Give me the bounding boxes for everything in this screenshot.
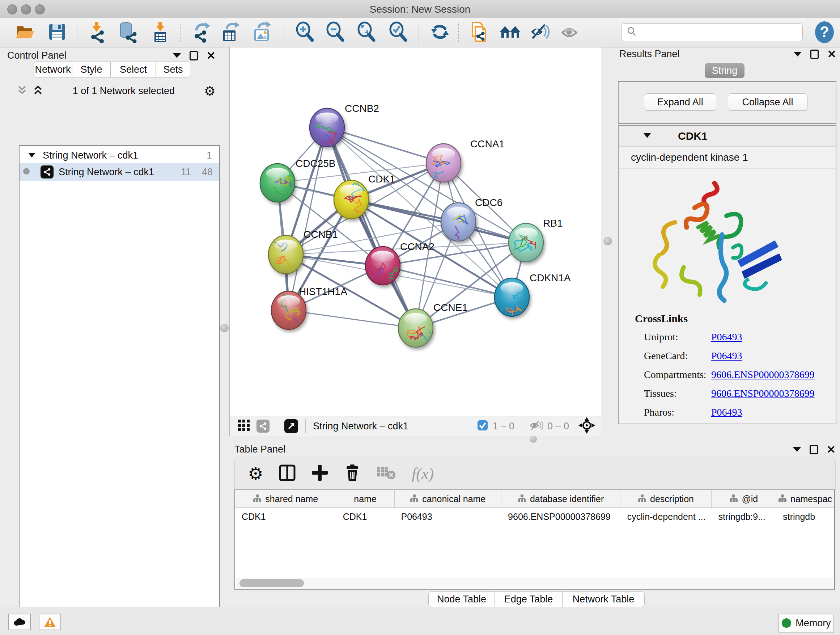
network-node-CDKN1A[interactable]: CDKN1A [494, 272, 571, 317]
network-node-HIST1H1A[interactable]: HIST1H1A [271, 286, 347, 337]
crosslink-value-link[interactable]: P06493 [711, 331, 742, 343]
warnings-button[interactable] [39, 614, 61, 630]
tab-string[interactable]: String [705, 63, 745, 78]
column-header-database-identifier[interactable]: database identifier [501, 490, 621, 508]
network-node-CCNB1[interactable]: CCNB1 [267, 229, 338, 278]
collapse-triangle-icon[interactable] [27, 150, 36, 161]
expand-all-networks-icon[interactable] [33, 84, 43, 97]
delete-table-icon[interactable] [376, 464, 396, 483]
panel-float-icon[interactable] [794, 52, 802, 57]
create-column-icon[interactable] [310, 463, 329, 484]
search-input[interactable] [640, 25, 802, 40]
table-cell[interactable]: CDK1 [336, 508, 395, 525]
column-header-name[interactable]: name [336, 490, 394, 508]
panel-float-icon[interactable] [793, 447, 801, 452]
function-builder-icon[interactable]: f(x) [412, 464, 434, 483]
hide-selected-icon[interactable] [529, 21, 551, 43]
panel-maximize-icon[interactable] [810, 50, 819, 59]
scrollbar-handle[interactable] [240, 579, 304, 587]
table-options-gear-icon[interactable]: ⚙ [248, 463, 264, 484]
network-collection-row[interactable]: String Network – cdk1 1 [19, 147, 219, 163]
table-cell[interactable]: stringdb:9... [712, 508, 776, 525]
tab-network[interactable]: Network [34, 62, 72, 78]
crosslink-value-link[interactable]: 9606.ENSP00000378699 [711, 388, 814, 399]
column-header-namespac[interactable]: namespac [776, 490, 834, 508]
network-edge[interactable] [327, 127, 444, 163]
expand-all-button[interactable]: Expand All [644, 93, 716, 111]
bottom-splitter-handle[interactable] [530, 435, 537, 443]
crosslink-value-link[interactable]: P06493 [711, 407, 742, 418]
network-edge[interactable] [327, 127, 416, 328]
refresh-icon[interactable] [429, 21, 451, 43]
panel-close-icon[interactable]: ✕ [827, 51, 836, 58]
import-table-icon[interactable] [149, 21, 171, 43]
network-edge[interactable] [289, 310, 416, 328]
tab-sets[interactable]: Sets [156, 62, 190, 78]
left-splitter-handle[interactable] [220, 324, 229, 333]
search-field[interactable] [621, 23, 803, 41]
tab-edge-table[interactable]: Edge Table [495, 591, 562, 607]
duplicate-network-icon[interactable] [468, 21, 490, 43]
zoom-in-icon[interactable] [294, 21, 316, 43]
open-session-icon[interactable] [14, 21, 36, 43]
table-cell[interactable]: P06493 [394, 508, 501, 525]
selected-checkbox-icon[interactable] [477, 420, 488, 432]
first-neighbors-icon[interactable] [499, 21, 521, 43]
network-node-CCNB2[interactable]: CCNB2 [309, 103, 379, 151]
table-cell[interactable]: CDK1 [235, 508, 336, 525]
table-horizontal-scrollbar[interactable] [236, 578, 834, 589]
crosslink-value-link[interactable]: 9606.ENSP00000378699 [711, 369, 814, 380]
help-button[interactable]: ? [813, 20, 835, 42]
panel-close-icon[interactable]: ✕ [827, 446, 836, 453]
show-columns-icon[interactable] [278, 463, 297, 484]
memory-button[interactable]: Memory [778, 614, 834, 632]
collapse-all-networks-icon[interactable] [17, 84, 27, 97]
network-node-CCNE1[interactable]: CCNE1 [398, 302, 468, 347]
save-session-icon[interactable] [46, 21, 68, 43]
tab-style[interactable]: Style [72, 62, 111, 78]
hidden-eye-icon[interactable] [529, 420, 544, 432]
panel-maximize-icon[interactable] [810, 445, 818, 454]
tab-network-table[interactable]: Network Table [562, 591, 645, 607]
zoom-fit-icon[interactable] [355, 21, 377, 43]
panel-float-icon[interactable] [173, 53, 181, 58]
zoom-selected-icon[interactable] [387, 21, 409, 43]
column-header-@id[interactable]: @id [712, 490, 776, 508]
tab-node-table[interactable]: Node Table [428, 591, 495, 607]
delete-column-icon[interactable] [343, 463, 362, 484]
export-network-icon[interactable] [190, 21, 212, 43]
open-in-browser-icon[interactable] [284, 419, 298, 433]
cloud-button[interactable] [8, 614, 31, 630]
fit-crosshair-icon[interactable] [578, 417, 595, 435]
zoom-out-icon[interactable] [324, 21, 346, 43]
table-row[interactable]: CDK1CDK1P064939606.ENSP00000378699cyclin… [235, 508, 834, 525]
show-all-icon[interactable] [560, 21, 581, 43]
panel-close-icon[interactable]: ✕ [207, 52, 216, 59]
export-table-icon[interactable] [219, 21, 240, 43]
table-cell[interactable]: cyclin-dependent ... [621, 508, 712, 525]
panel-maximize-icon[interactable] [189, 51, 198, 60]
network-edge[interactable] [289, 127, 327, 310]
export-image-icon[interactable] [251, 21, 272, 43]
column-header-shared-name[interactable]: shared name [235, 490, 336, 508]
gene-collapse-triangle-icon[interactable] [643, 132, 652, 141]
network-node-CCNA1[interactable]: CCNA1 [423, 138, 505, 187]
node-table[interactable]: shared namenamecanonical namedatabase id… [234, 489, 835, 590]
network-canvas[interactable]: CCNB2 CCNA1 CDC25B CDK1 CDC6 RB1 [229, 47, 601, 416]
tab-select[interactable]: Select [111, 62, 156, 78]
network-row-selected[interactable]: String Network – cdk1 11 48 [19, 163, 219, 181]
network-options-gear-icon[interactable]: ⚙ [204, 84, 216, 98]
import-network-from-database-icon[interactable] [117, 21, 139, 43]
crosslink-value-link[interactable]: P06493 [711, 350, 742, 362]
birdseye-grid-icon[interactable] [238, 419, 250, 433]
gene-header-row[interactable]: CDK1 [619, 126, 836, 147]
column-header-description[interactable]: description [621, 490, 712, 508]
network-node-RB1[interactable]: RB1 [508, 218, 562, 262]
string-view-icon[interactable] [256, 420, 270, 432]
right-splitter-handle[interactable] [603, 237, 612, 245]
table-cell[interactable]: 9606.ENSP00000378699 [501, 508, 621, 525]
collapse-all-button[interactable]: Collapse All [728, 93, 807, 111]
table-cell[interactable]: stringdb [776, 508, 834, 525]
import-network-icon[interactable] [86, 21, 108, 43]
column-header-canonical-name[interactable]: canonical name [395, 490, 501, 508]
